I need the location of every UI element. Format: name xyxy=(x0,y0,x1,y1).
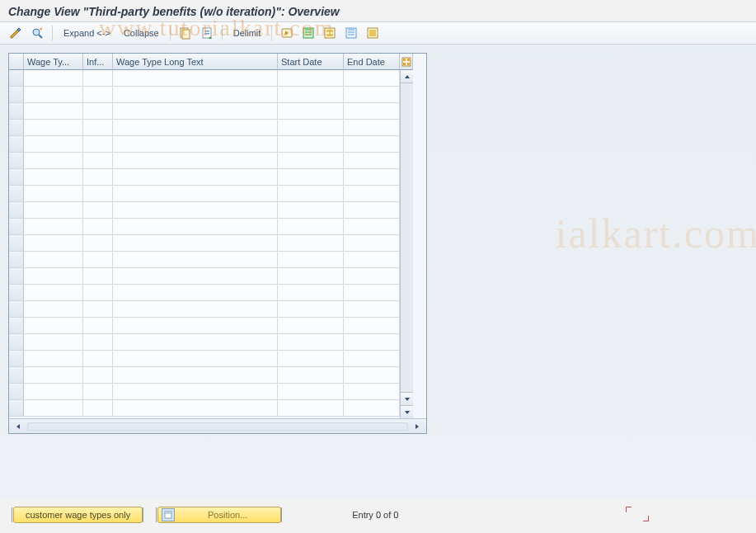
row-selector-cell[interactable] xyxy=(9,384,24,400)
row-selector-cell[interactable] xyxy=(9,400,24,417)
scroll-left-arrow-icon[interactable] xyxy=(12,421,24,432)
row-selector-cell[interactable] xyxy=(9,87,24,103)
row-selector-cell[interactable] xyxy=(9,334,24,351)
table-cell[interactable] xyxy=(113,153,278,169)
table-cell[interactable] xyxy=(278,202,344,219)
vertical-scrollbar[interactable] xyxy=(400,70,413,418)
row-selector-cell[interactable] xyxy=(9,318,24,334)
select-all-icon[interactable] xyxy=(299,25,317,41)
row-selector-cell[interactable] xyxy=(9,186,24,202)
row-selector-cell[interactable] xyxy=(9,136,24,153)
table-cell[interactable] xyxy=(278,268,344,285)
column-header-wage-type-long-text[interactable]: Wage Type Long Text xyxy=(113,54,278,70)
table-cell[interactable] xyxy=(278,334,344,351)
table-cell[interactable] xyxy=(24,235,83,252)
table-row[interactable] xyxy=(9,367,400,384)
select-block-icon[interactable] xyxy=(321,25,339,41)
copy-as-icon[interactable] xyxy=(198,25,216,41)
table-cell[interactable] xyxy=(24,202,83,219)
table-cell[interactable] xyxy=(278,318,344,334)
table-cell[interactable] xyxy=(113,136,278,153)
table-cell[interactable] xyxy=(83,384,113,400)
table-row[interactable] xyxy=(9,136,400,153)
table-cell[interactable] xyxy=(24,136,83,153)
table-cell[interactable] xyxy=(113,87,278,103)
table-cell[interactable] xyxy=(24,153,83,169)
collapse-button[interactable]: Collapse xyxy=(119,25,164,41)
table-cell[interactable] xyxy=(278,301,344,318)
row-selector-cell[interactable] xyxy=(9,120,24,136)
table-cell[interactable] xyxy=(83,318,113,334)
table-cell[interactable] xyxy=(83,169,113,186)
table-cell[interactable] xyxy=(113,318,278,334)
column-header-infotype[interactable]: Inf... xyxy=(83,54,113,70)
table-cell[interactable] xyxy=(83,103,113,120)
table-cell[interactable] xyxy=(113,252,278,268)
table-cell[interactable] xyxy=(278,219,344,235)
table-cell[interactable] xyxy=(24,186,83,202)
table-cell[interactable] xyxy=(113,103,278,120)
table-cell[interactable] xyxy=(344,202,400,219)
table-cell[interactable] xyxy=(113,351,278,367)
table-cell[interactable] xyxy=(278,103,344,120)
table-cell[interactable] xyxy=(24,334,83,351)
row-selector-cell[interactable] xyxy=(9,285,24,301)
table-cell[interactable] xyxy=(344,235,400,252)
row-selector-cell[interactable] xyxy=(9,235,24,252)
table-cell[interactable] xyxy=(278,252,344,268)
table-cell[interactable] xyxy=(24,400,83,417)
table-row[interactable] xyxy=(9,351,400,367)
table-cell[interactable] xyxy=(113,219,278,235)
table-cell[interactable] xyxy=(83,268,113,285)
table-cell[interactable] xyxy=(24,87,83,103)
table-cell[interactable] xyxy=(83,219,113,235)
column-header-end-date[interactable]: End Date xyxy=(344,54,400,70)
table-cell[interactable] xyxy=(24,103,83,120)
table-cell[interactable] xyxy=(344,103,400,120)
table-cell[interactable] xyxy=(278,367,344,384)
table-cell[interactable] xyxy=(24,384,83,400)
table-cell[interactable] xyxy=(83,186,113,202)
table-cell[interactable] xyxy=(344,252,400,268)
table-cell[interactable] xyxy=(344,301,400,318)
table-cell[interactable] xyxy=(278,120,344,136)
print-icon[interactable] xyxy=(364,25,382,41)
table-cell[interactable] xyxy=(278,235,344,252)
deselect-all-icon[interactable] xyxy=(342,25,360,41)
row-selector-cell[interactable] xyxy=(9,219,24,235)
table-cell[interactable] xyxy=(113,235,278,252)
table-row[interactable] xyxy=(9,400,400,417)
column-header-start-date[interactable]: Start Date xyxy=(278,54,344,70)
table-cell[interactable] xyxy=(24,252,83,268)
row-selector-cell[interactable] xyxy=(9,252,24,268)
table-cell[interactable] xyxy=(344,318,400,334)
table-cell[interactable] xyxy=(83,252,113,268)
table-row[interactable] xyxy=(9,186,400,202)
table-cell[interactable] xyxy=(344,87,400,103)
row-selector-cell[interactable] xyxy=(9,268,24,285)
table-row[interactable] xyxy=(9,384,400,400)
table-cell[interactable] xyxy=(24,301,83,318)
table-cell[interactable] xyxy=(344,169,400,186)
table-cell[interactable] xyxy=(83,351,113,367)
table-cell[interactable] xyxy=(24,367,83,384)
table-cell[interactable] xyxy=(278,87,344,103)
other-view-icon[interactable] xyxy=(28,25,46,41)
table-cell[interactable] xyxy=(83,285,113,301)
position-button[interactable]: Position... xyxy=(157,507,281,523)
table-cell[interactable] xyxy=(278,400,344,417)
table-cell[interactable] xyxy=(344,400,400,417)
row-selector-cell[interactable] xyxy=(9,153,24,169)
table-cell[interactable] xyxy=(278,351,344,367)
table-cell[interactable] xyxy=(83,301,113,318)
table-row[interactable] xyxy=(9,268,400,285)
scroll-up-arrow-icon[interactable] xyxy=(401,70,413,83)
table-cell[interactable] xyxy=(344,334,400,351)
row-selector-cell[interactable] xyxy=(9,202,24,219)
table-cell[interactable] xyxy=(278,186,344,202)
table-row[interactable] xyxy=(9,120,400,136)
table-cell[interactable] xyxy=(113,120,278,136)
table-cell[interactable] xyxy=(113,186,278,202)
table-cell[interactable] xyxy=(113,285,278,301)
customer-wage-types-button[interactable]: customer wage types only xyxy=(13,507,143,523)
